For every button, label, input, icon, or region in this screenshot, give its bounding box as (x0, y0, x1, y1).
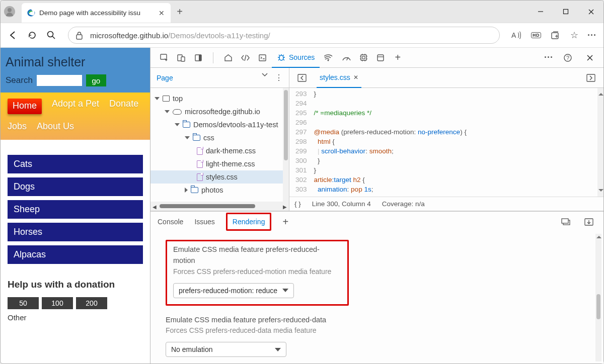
devtools-pane: Sources + ··· ? Page (150, 48, 603, 363)
hd-icon[interactable]: HD (531, 32, 541, 38)
tree-css-folder[interactable]: css (150, 131, 289, 144)
dock-button[interactable] (191, 50, 206, 65)
title-bar: Demo page with accessibility issu ✕ + (1, 1, 603, 23)
drawer-tab-rendering[interactable]: Rendering (226, 213, 272, 231)
category-alpacas[interactable]: Alpacas (8, 245, 143, 264)
file-tab-styles[interactable]: styles.css ✕ (317, 68, 361, 88)
svg-rect-12 (161, 54, 167, 59)
close-window-button[interactable] (578, 1, 603, 23)
drawer-scrollbar-v[interactable] (595, 234, 601, 361)
tree-file-light[interactable]: light-theme.css (150, 157, 289, 170)
nav-donate[interactable]: Donate (109, 99, 138, 114)
refresh-button[interactable] (27, 30, 38, 41)
chevron-down-icon[interactable] (262, 73, 268, 82)
drawer-dock-button[interactable] (581, 214, 596, 229)
tree-file-dark[interactable]: dark-theme.css (150, 144, 289, 157)
drawer-tab-console[interactable]: Console (158, 212, 183, 232)
sources-tab[interactable]: Sources (272, 48, 320, 68)
emulate-prd-section: Emulate CSS media feature prefers-reduce… (166, 315, 593, 357)
memory-tab[interactable] (356, 50, 371, 65)
emulate-prm-select[interactable]: prefers-reduced-motion: reduce (173, 283, 294, 298)
line-gutter: 293294 295296 297298 299300 301302 303 (289, 88, 312, 197)
device-toggle[interactable] (174, 50, 189, 65)
search-input[interactable] (37, 75, 82, 86)
elements-tab[interactable] (238, 50, 253, 65)
nav-about[interactable]: About Us (37, 121, 74, 132)
show-navigator-button[interactable] (583, 70, 598, 85)
collections-button[interactable] (550, 30, 561, 41)
tree-scrollbar-h[interactable]: ◀▶ (150, 202, 289, 211)
network-tab[interactable] (322, 50, 337, 65)
more-vertical-icon[interactable]: ⋮ (275, 73, 283, 82)
code-scrollbar-v[interactable] (597, 88, 603, 197)
profile-button[interactable] (1, 1, 19, 23)
file-tree-pane: top microsoftedge.github.io Demos/devtoo… (150, 88, 289, 211)
svg-text:?: ? (566, 55, 569, 61)
donation-title: Help us with a donation (8, 279, 143, 290)
inspect-button[interactable] (157, 50, 172, 65)
tree-top[interactable]: top (150, 92, 289, 105)
back-button[interactable] (8, 30, 19, 41)
svg-rect-8 (552, 33, 558, 39)
devtools-close-button[interactable] (582, 50, 597, 65)
read-aloud-button[interactable]: A (511, 30, 522, 41)
maximize-button[interactable] (553, 1, 578, 23)
url-path: /Demos/devtools-a11y-testing/ (168, 31, 270, 40)
new-tab-button[interactable]: + (171, 1, 189, 23)
application-tab[interactable] (373, 50, 388, 65)
svg-rect-1 (564, 10, 568, 14)
nav-jobs[interactable]: Jobs (8, 121, 27, 132)
go-button[interactable]: go (86, 74, 106, 86)
svg-rect-29 (298, 74, 306, 81)
browser-tab[interactable]: Demo page with accessibility issu ✕ (22, 3, 171, 23)
svg-rect-16 (199, 55, 201, 61)
svg-rect-6 (77, 35, 82, 39)
tree-file-styles[interactable]: styles.css (150, 170, 289, 184)
svg-point-4 (48, 32, 53, 37)
devtools-more-button[interactable]: ··· (544, 52, 553, 63)
emulate-prd-select[interactable]: No emulation (166, 342, 286, 357)
close-tab-icon[interactable]: ✕ (158, 9, 166, 17)
page-navigator-tab[interactable]: Page (157, 74, 173, 82)
svg-point-19 (328, 60, 329, 61)
tree-photos[interactable]: photos (150, 184, 289, 197)
category-dogs[interactable]: Dogs (8, 177, 143, 196)
help-button[interactable]: ? (560, 50, 575, 65)
nav-adopt[interactable]: Adopt a Pet (52, 99, 99, 114)
chevron-down-icon (275, 348, 281, 351)
minimize-button[interactable] (528, 1, 553, 23)
svg-rect-14 (181, 57, 185, 61)
welcome-tab[interactable] (220, 50, 236, 65)
close-file-icon[interactable]: ✕ (353, 74, 358, 81)
svg-rect-30 (587, 74, 595, 81)
tree-scrollbar-v[interactable] (283, 88, 289, 202)
svg-text:A: A (511, 31, 516, 39)
status-braces[interactable]: { } (294, 200, 301, 208)
category-horses[interactable]: Horses (8, 223, 143, 241)
drawer-add-tab[interactable]: + (282, 216, 288, 228)
console-tab[interactable] (255, 50, 270, 65)
add-panel-button[interactable]: + (390, 50, 405, 65)
drawer-expand-button[interactable] (558, 214, 573, 229)
more-button[interactable]: ··· (587, 30, 596, 41)
search-button[interactable] (46, 30, 57, 41)
tab-title: Demo page with accessibility issu (39, 9, 154, 17)
url-field[interactable]: microsoftedge.github.io/Demos/devtools-a… (68, 27, 500, 44)
favorite-button[interactable]: ☆ (570, 30, 578, 41)
donate-100[interactable]: 100 (42, 297, 73, 309)
donate-200[interactable]: 200 (76, 297, 107, 309)
donate-50[interactable]: 50 (8, 297, 39, 309)
status-line-col: Line 300, Column 4 (312, 200, 371, 208)
svg-point-18 (279, 55, 283, 60)
tree-host[interactable]: microsoftedge.github.io (150, 105, 289, 118)
category-cats[interactable]: Cats (8, 155, 143, 173)
emulate-prm-section: Emulate CSS media feature prefers-reduce… (166, 240, 349, 306)
tree-path[interactable]: Demos/devtools-a11y-test (150, 118, 289, 131)
performance-tab[interactable] (339, 50, 354, 65)
drawer-tab-issues[interactable]: Issues (194, 212, 214, 232)
nav-home[interactable]: Home (8, 99, 42, 114)
navigate-back-button[interactable] (294, 70, 310, 85)
code-editor[interactable]: 293294 295296 297298 299300 301302 303 }… (289, 88, 603, 211)
category-sheep[interactable]: Sheep (8, 200, 143, 219)
code-lines[interactable]: } /* =mediaqueries */ @media (prefers-re… (312, 88, 469, 197)
